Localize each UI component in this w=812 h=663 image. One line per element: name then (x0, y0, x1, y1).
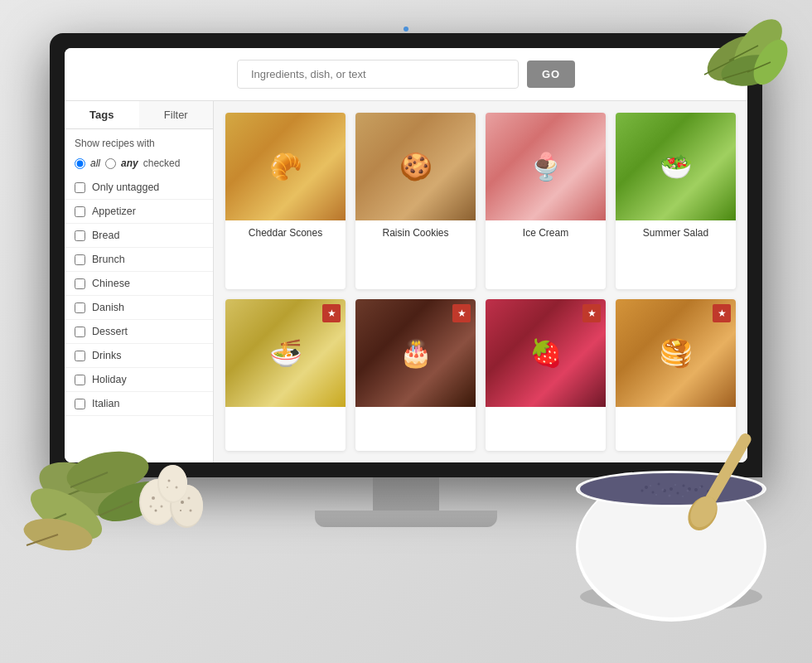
tag-label: Appetizer (92, 206, 136, 217)
recipe-card-salad[interactable]: 🥗 Summer Salad (616, 113, 736, 289)
tag-label: Only untagged (92, 181, 159, 193)
svg-point-54 (650, 485, 651, 486)
svg-point-60 (669, 495, 671, 497)
svg-point-56 (674, 484, 676, 486)
svg-point-27 (181, 501, 184, 504)
tag-checkbox-brunch[interactable] (75, 254, 85, 265)
tag-checkbox-only-untagged[interactable] (75, 182, 85, 193)
svg-point-22 (150, 506, 152, 508)
tag-item-chinese[interactable]: Chinese (65, 272, 213, 296)
tag-checkbox-italian[interactable] (75, 399, 85, 409)
tag-checkbox-holiday[interactable] (75, 375, 85, 385)
recipe-image-icecream: 🍨 (486, 113, 606, 220)
tag-label: Chinese (92, 278, 130, 289)
svg-point-45 (683, 485, 685, 487)
tab-filter[interactable]: Filter (139, 101, 214, 128)
tag-item-danish[interactable]: Danish (65, 296, 213, 320)
recipe-card-cake[interactable]: 🎂 ★ (355, 299, 476, 451)
tag-item-drinks[interactable]: Drinks (65, 344, 213, 368)
tag-checkbox-chinese[interactable] (75, 278, 85, 289)
recipe-name-cookies: Raisin Cookies (355, 220, 476, 245)
tag-label: Drinks (92, 350, 121, 361)
recipe-image-salad: 🥗 (616, 113, 736, 220)
recipe-card-cookies[interactable]: 🍪 Raisin Cookies (355, 113, 476, 289)
radio-checked-label: checked (143, 157, 181, 169)
tag-item-holiday[interactable]: Holiday (65, 368, 213, 392)
decorative-bowl (563, 414, 779, 613)
tag-item-dessert[interactable]: Dessert (65, 320, 213, 344)
app-container: GO Tags Filter Show recipes with all (65, 48, 747, 462)
radio-any-label: any (121, 157, 138, 169)
tag-item-brunch[interactable]: Brunch (65, 248, 213, 272)
radio-group: all any checked (65, 154, 213, 176)
radio-all[interactable] (75, 158, 85, 169)
recipe-card-icecream[interactable]: 🍨 Ice Cream (486, 113, 606, 289)
monitor-bezel: GO Tags Filter Show recipes with all (50, 33, 762, 477)
monitor-dot (404, 27, 408, 31)
tag-checkbox-danish[interactable] (75, 302, 85, 313)
monitor-stand-base (315, 511, 497, 527)
tag-checkbox-drinks[interactable] (75, 351, 85, 361)
recipe-name-salad: Summer Salad (616, 220, 736, 245)
tag-label: Brunch (92, 254, 125, 265)
favorite-badge-asian: ★ (322, 304, 341, 322)
tag-item-only-untagged[interactable]: Only untagged (65, 176, 213, 200)
radio-any[interactable] (105, 158, 116, 169)
recipe-grid: 🥐 Cheddar Scones 🍪 Raisin Cookies 🍨 Ice … (214, 101, 747, 462)
main-content: Tags Filter Show recipes with all any ch… (65, 101, 747, 462)
tag-label: Danish (92, 302, 124, 313)
tag-label: Holiday (92, 374, 127, 385)
favorite-badge-pancakes: ★ (713, 304, 731, 322)
svg-point-28 (190, 510, 192, 512)
tag-label: Bread (92, 230, 119, 241)
svg-point-34 (176, 486, 178, 489)
svg-point-20 (152, 496, 155, 500)
recipe-name-scones: Cheddar Scones (225, 220, 346, 245)
svg-point-55 (662, 489, 665, 491)
svg-point-35 (167, 486, 168, 488)
search-bar: GO (65, 48, 747, 101)
sidebar-tabs: Tags Filter (65, 101, 213, 129)
recipe-image-scones: 🥐 (225, 113, 346, 220)
tag-checkbox-appetizer[interactable] (75, 206, 85, 217)
svg-point-24 (155, 510, 157, 512)
favorite-badge-berry: ★ (582, 304, 601, 322)
search-go-button[interactable]: GO (527, 60, 575, 88)
svg-point-49 (677, 492, 679, 495)
svg-point-30 (180, 510, 181, 511)
show-recipes-label: Show recipes with (65, 129, 213, 154)
svg-point-21 (161, 506, 163, 508)
tag-label: Dessert (92, 326, 128, 337)
monitor-screen: GO Tags Filter Show recipes with all (65, 48, 747, 462)
svg-point-57 (687, 490, 689, 492)
svg-point-59 (655, 494, 657, 496)
recipe-name-icecream: Ice Cream (486, 220, 606, 245)
svg-point-32 (159, 465, 187, 501)
sidebar: Tags Filter Show recipes with all any ch… (65, 101, 214, 462)
decorative-eggs (116, 444, 232, 547)
search-input[interactable] (237, 60, 519, 89)
svg-point-61 (682, 496, 684, 497)
svg-point-46 (694, 488, 698, 491)
tab-tags[interactable]: Tags (65, 101, 139, 128)
tag-item-italian[interactable]: Italian (65, 392, 213, 416)
tag-list: Only untagged Appetizer Bread (65, 176, 213, 416)
tag-checkbox-dessert[interactable] (75, 327, 85, 337)
decorative-leaves-top-right (688, 12, 795, 107)
svg-point-58 (699, 486, 701, 488)
recipe-card-asian[interactable]: 🍜 ★ (225, 299, 346, 451)
svg-point-44 (669, 487, 673, 491)
monitor-stand-neck (373, 477, 439, 511)
tag-item-bread[interactable]: Bread (65, 224, 213, 248)
svg-point-42 (645, 486, 648, 489)
radio-all-label: all (90, 157, 100, 169)
svg-point-47 (652, 491, 655, 494)
tag-item-appetizer[interactable]: Appetizer (65, 200, 213, 224)
svg-point-43 (658, 483, 660, 486)
svg-point-52 (641, 490, 644, 492)
svg-point-33 (168, 480, 171, 482)
favorite-badge-cake: ★ (452, 304, 471, 322)
svg-point-29 (188, 497, 191, 500)
tag-checkbox-bread[interactable] (75, 230, 85, 241)
recipe-card-scones[interactable]: 🥐 Cheddar Scones (225, 113, 346, 289)
